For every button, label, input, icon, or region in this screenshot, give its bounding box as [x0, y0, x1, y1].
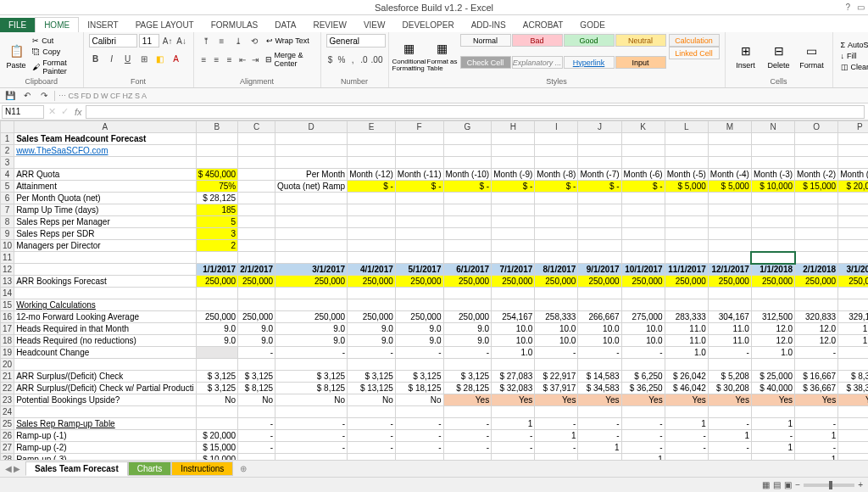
cell[interactable] — [348, 216, 396, 228]
cell[interactable] — [492, 145, 535, 157]
cell[interactable]: 11.0 — [665, 335, 708, 347]
row-header[interactable]: 8 — [1, 216, 14, 228]
merge-button[interactable]: ⊟Merge & Center — [263, 50, 315, 69]
sheet-tab-forecast[interactable]: Sales Team Forecast — [25, 461, 128, 476]
cell[interactable]: 254,167 — [492, 311, 535, 323]
cell[interactable]: $ 5,208 — [708, 371, 751, 383]
cell[interactable]: No — [275, 394, 348, 406]
cell[interactable] — [751, 204, 794, 216]
cell[interactable] — [535, 145, 578, 157]
row-header[interactable]: 13 — [1, 276, 14, 288]
cell[interactable] — [665, 204, 708, 216]
clear-button[interactable]: ◫Clear — [838, 62, 868, 72]
cell[interactable]: 9.0 — [196, 323, 238, 335]
cell[interactable]: 9.0 — [196, 335, 238, 347]
cell[interactable] — [443, 133, 492, 145]
cell[interactable]: 1 — [838, 442, 868, 454]
cell[interactable]: Sales Rep Ramp-up Table — [14, 418, 197, 430]
cell[interactable]: $ - — [492, 181, 535, 193]
cell[interactable] — [348, 157, 396, 169]
style-bad[interactable]: Bad — [512, 34, 563, 47]
cell[interactable]: 9.0 — [348, 323, 396, 335]
cell[interactable]: 250,000 — [535, 276, 578, 288]
cut-button[interactable]: ✂Cut — [30, 36, 77, 46]
cell[interactable]: ARR Surplus/(Deficit) Check w/ Partial P… — [14, 383, 197, 394]
cell[interactable] — [708, 193, 751, 204]
cell[interactable]: - — [275, 442, 348, 454]
cell[interactable]: $ 30,208 — [708, 383, 751, 394]
cell[interactable] — [621, 252, 665, 264]
cell[interactable] — [395, 193, 443, 204]
cell[interactable]: - — [621, 418, 665, 430]
cell[interactable]: $ 10,000 — [751, 181, 794, 193]
cell[interactable]: 2/1/2018 — [795, 264, 838, 276]
cell[interactable]: $ 36,667 — [795, 383, 838, 394]
cell[interactable] — [665, 240, 708, 252]
cell[interactable] — [443, 228, 492, 240]
font-name-select[interactable]: Calibri — [89, 34, 137, 48]
cell[interactable]: - — [708, 347, 751, 359]
col-header[interactable]: H — [492, 121, 535, 133]
cell[interactable]: 250,000 — [665, 276, 708, 288]
cell[interactable]: - — [492, 430, 535, 442]
cell[interactable]: 1 — [492, 418, 535, 430]
row-header[interactable]: 14 — [1, 288, 14, 299]
cell[interactable] — [578, 228, 621, 240]
cell[interactable]: - — [708, 442, 751, 454]
cell[interactable]: Month (-12) — [348, 169, 396, 181]
cell[interactable]: $ 32,083 — [492, 383, 535, 394]
cell[interactable] — [708, 228, 751, 240]
cell[interactable]: 11.0 — [665, 323, 708, 335]
tab-insert[interactable]: INSERT — [79, 18, 127, 32]
cell[interactable]: $ 3,125 — [275, 371, 348, 383]
cell[interactable] — [395, 228, 443, 240]
cell[interactable] — [838, 133, 868, 145]
cell[interactable]: $ 3,125 — [196, 383, 238, 394]
fill-color-icon[interactable]: ◧ — [153, 52, 167, 65]
zoom-in-icon[interactable]: + — [858, 480, 863, 489]
row-header[interactable]: 4 — [1, 169, 14, 181]
cell[interactable]: - — [348, 430, 396, 442]
cell[interactable]: 9.0 — [238, 335, 275, 347]
row-header[interactable]: 18 — [1, 335, 14, 347]
cell-styles-gallery[interactable]: Normal Bad Good Neutral Check Cell Expla… — [460, 34, 666, 77]
cell[interactable]: No — [348, 394, 396, 406]
cell[interactable] — [196, 359, 238, 371]
cell[interactable]: $ 3,125 — [395, 371, 443, 383]
col-header[interactable]: G — [443, 121, 492, 133]
cell[interactable] — [492, 240, 535, 252]
cell[interactable]: 11.0 — [708, 335, 751, 347]
cell[interactable]: 275,000 — [621, 311, 665, 323]
cell[interactable] — [238, 169, 275, 181]
cell[interactable]: - — [838, 347, 868, 359]
cell[interactable]: - — [665, 442, 708, 454]
cell[interactable]: 12.0 — [838, 335, 868, 347]
cell[interactable]: Yes — [665, 394, 708, 406]
cell[interactable]: - — [348, 347, 396, 359]
cell[interactable]: $ 3,125 — [348, 371, 396, 383]
cell[interactable] — [238, 133, 275, 145]
cell[interactable]: 250,000 — [348, 311, 396, 323]
col-header[interactable]: E — [348, 121, 396, 133]
cell[interactable] — [275, 359, 348, 371]
cell[interactable]: 9.0 — [443, 335, 492, 347]
cell[interactable]: Yes — [708, 394, 751, 406]
cell[interactable] — [535, 406, 578, 418]
cell[interactable] — [275, 406, 348, 418]
tab-home[interactable]: HOME — [35, 17, 79, 32]
cell[interactable]: 10.0 — [621, 323, 665, 335]
cell[interactable] — [535, 216, 578, 228]
cell[interactable] — [196, 288, 238, 299]
col-header[interactable]: A — [14, 121, 197, 133]
cell[interactable] — [751, 240, 794, 252]
cell[interactable]: 3 — [196, 228, 238, 240]
cell[interactable]: Sales Reps per Manager — [14, 216, 197, 228]
cell[interactable] — [665, 216, 708, 228]
row-header[interactable]: 20 — [1, 359, 14, 371]
cell[interactable]: 10.0 — [621, 335, 665, 347]
cell[interactable] — [348, 193, 396, 204]
cell[interactable] — [275, 299, 348, 311]
cell[interactable]: - — [348, 442, 396, 454]
cell[interactable]: 250,000 — [238, 311, 275, 323]
cell[interactable] — [348, 299, 396, 311]
